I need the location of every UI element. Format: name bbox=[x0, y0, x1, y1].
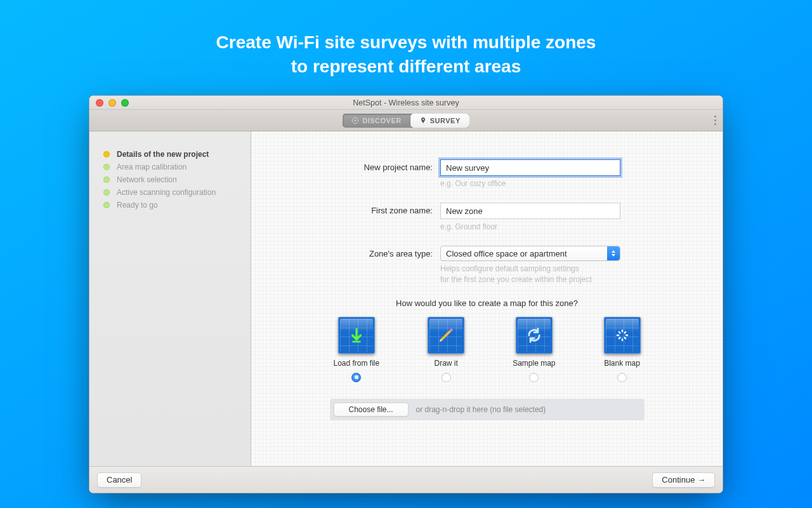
continue-button[interactable]: Continue → bbox=[652, 472, 715, 488]
sidebar-item-network[interactable]: Network selection bbox=[103, 173, 251, 186]
titlebar: NetSpot - Wireless site survey bbox=[89, 96, 723, 110]
map-option-load[interactable]: Load from file bbox=[333, 317, 379, 382]
sidebar-item-scanning[interactable]: Active scanning configuration bbox=[103, 186, 251, 199]
app-window: NetSpot - Wireless site survey DISCOVER … bbox=[89, 95, 723, 493]
promo-line2: to represent different areas bbox=[0, 55, 812, 79]
sidebar-item-label: Ready to go bbox=[117, 201, 158, 210]
project-name-input[interactable] bbox=[440, 159, 620, 176]
map-option-radio[interactable] bbox=[442, 373, 451, 382]
svg-point-2 bbox=[422, 118, 424, 119]
map-option-radio[interactable] bbox=[617, 373, 627, 382]
step-dot-icon bbox=[103, 202, 110, 208]
dropzone-text: or drag-n-drop it here (no file selected… bbox=[416, 405, 546, 414]
step-dot-icon bbox=[103, 164, 110, 170]
wizard-footer: Cancel Continue → bbox=[89, 466, 723, 493]
svg-rect-3 bbox=[352, 340, 360, 342]
map-options: Load from file Draw it Sample map bbox=[277, 317, 697, 382]
sidebar-item-calibration[interactable]: Area map calibration bbox=[103, 161, 251, 173]
file-dropzone[interactable]: Choose file... or drag-n-drop it here (n… bbox=[330, 399, 645, 420]
map-question: How would you like to create a map for t… bbox=[277, 298, 697, 308]
zone-name-label: First zone name: bbox=[277, 203, 440, 215]
tab-survey[interactable]: SURVEY bbox=[410, 114, 469, 128]
area-type-value: Closed office space or apartment bbox=[446, 249, 567, 258]
step-dot-icon bbox=[103, 177, 110, 183]
map-option-label: Draw it bbox=[434, 359, 457, 368]
area-type-hint2: for the first zone you create within the… bbox=[440, 274, 620, 284]
download-icon bbox=[338, 317, 375, 354]
sidebar: Details of the new project Area map cali… bbox=[89, 131, 251, 466]
map-option-radio[interactable] bbox=[529, 373, 539, 382]
sidebar-item-ready[interactable]: Ready to go bbox=[103, 199, 251, 211]
sidebar-item-label: Details of the new project bbox=[117, 150, 209, 159]
pencil-icon bbox=[428, 317, 464, 354]
zone-name-hint: e.g. Ground floor bbox=[440, 222, 620, 232]
chevron-updown-icon bbox=[607, 246, 620, 260]
area-type-hint1: Helps configure default sampling setting… bbox=[440, 264, 620, 274]
cancel-button[interactable]: Cancel bbox=[97, 472, 141, 488]
refresh-icon bbox=[516, 317, 553, 354]
map-option-sample[interactable]: Sample map bbox=[513, 317, 555, 382]
map-option-label: Load from file bbox=[333, 359, 379, 368]
tab-discover-label: DISCOVER bbox=[362, 117, 401, 124]
svg-point-1 bbox=[355, 119, 357, 121]
window-title: NetSpot - Wireless site survey bbox=[89, 98, 723, 107]
target-icon bbox=[351, 117, 359, 124]
zone-name-input[interactable] bbox=[440, 203, 620, 219]
project-name-label: New project name: bbox=[277, 159, 440, 172]
tab-survey-label: SURVEY bbox=[430, 117, 461, 124]
area-type-label: Zone's area type: bbox=[277, 246, 440, 258]
project-name-hint: e.g. Our cozy office bbox=[440, 178, 620, 189]
map-option-label: Sample map bbox=[513, 359, 555, 368]
toolbar: DISCOVER SURVEY bbox=[89, 110, 723, 131]
mode-segment: DISCOVER SURVEY bbox=[343, 114, 469, 128]
sidebar-item-label: Network selection bbox=[117, 175, 177, 184]
map-option-radio[interactable] bbox=[351, 373, 361, 382]
map-option-draw[interactable]: Draw it bbox=[428, 317, 464, 382]
sidebar-item-label: Active scanning configuration bbox=[117, 188, 216, 197]
step-dot-icon bbox=[103, 151, 110, 157]
pin-icon bbox=[419, 117, 427, 124]
choose-file-button[interactable]: Choose file... bbox=[334, 403, 409, 417]
map-option-blank[interactable]: Blank map bbox=[604, 317, 641, 382]
area-type-select[interactable]: Closed office space or apartment bbox=[440, 246, 620, 261]
overflow-menu-icon[interactable] bbox=[714, 110, 716, 131]
main-panel: New project name: e.g. Our cozy office F… bbox=[251, 131, 723, 466]
sidebar-item-details[interactable]: Details of the new project bbox=[103, 148, 251, 161]
tab-discover[interactable]: DISCOVER bbox=[343, 114, 410, 128]
sparkle-icon bbox=[604, 317, 641, 354]
promo-line1: Create Wi-Fi site surveys with multiple … bbox=[0, 30, 812, 55]
promo-heading: Create Wi-Fi site surveys with multiple … bbox=[0, 0, 812, 79]
step-dot-icon bbox=[103, 189, 110, 196]
sidebar-item-label: Area map calibration bbox=[117, 163, 187, 171]
map-option-label: Blank map bbox=[604, 359, 640, 368]
